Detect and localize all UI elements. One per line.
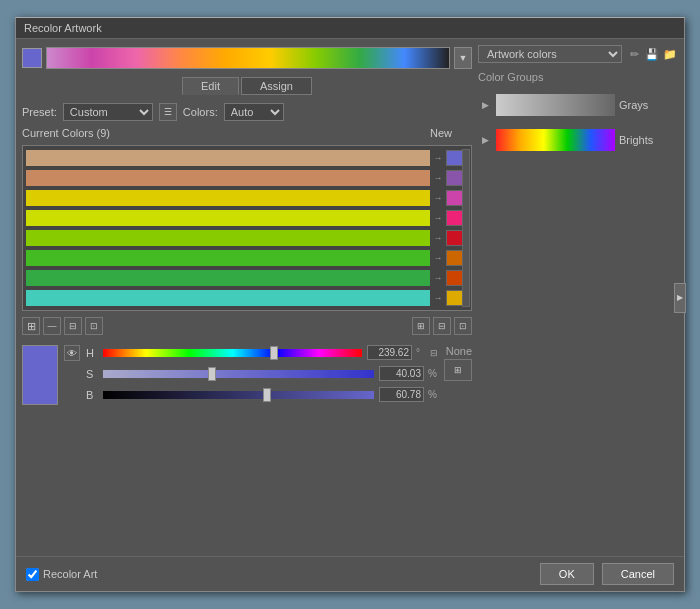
color-swatch-long[interactable] [26, 250, 430, 266]
color-row: → [26, 229, 468, 247]
group-arrow-brights: ▶ [482, 135, 492, 145]
h-unit: ° [416, 347, 426, 358]
dialog-title: Recolor Artwork [24, 22, 102, 34]
unlink-color-btn[interactable]: ⊡ [85, 317, 103, 335]
none-area: None ⊞ [444, 345, 472, 381]
arrow-icon: → [433, 193, 443, 203]
none-icon-btn[interactable]: ⊞ [444, 359, 472, 381]
slider-row-h: H 239.62 ° ⊟ [86, 345, 438, 360]
right-panel: Artwork colors ✏ 💾 📁 Color Groups ▶ Gray… [478, 45, 678, 550]
colors-toolbar: ⊞ — ⊟ ⊡ ⊞ ⊟ ⊡ [22, 315, 472, 337]
recolor-art-checkbox[interactable] [26, 568, 39, 581]
h-extra-btn[interactable]: ⊟ [430, 348, 438, 358]
current-colors-header: Current Colors (9) New [22, 127, 472, 139]
recolor-art-label: Recolor Art [43, 568, 97, 580]
tabs-row: Edit Assign [22, 77, 472, 95]
color-strip-dropdown[interactable]: ▼ [454, 47, 472, 69]
preset-select[interactable]: Custom [63, 103, 153, 121]
color-swatch-long[interactable] [26, 290, 430, 306]
grays-swatch [496, 94, 615, 116]
ok-button[interactable]: OK [540, 563, 594, 585]
dialog-bottom: Recolor Art OK Cancel [16, 556, 684, 591]
colors-select[interactable]: Auto [224, 103, 284, 121]
side-collapse-btn[interactable]: ▶ [674, 283, 686, 313]
tab-edit[interactable]: Edit [182, 77, 239, 95]
artwork-colors-header: Artwork colors ✏ 💾 📁 [478, 45, 678, 63]
group-arrow-grays: ▶ [482, 100, 492, 110]
h-value-input[interactable]: 239.62 [367, 345, 412, 360]
arrow-icon: → [433, 253, 443, 263]
current-colors-label: Current Colors (9) [22, 127, 110, 139]
current-color-square [22, 48, 42, 68]
edit-artwork-icon[interactable]: ✏ [626, 46, 642, 62]
artwork-colors-select[interactable]: Artwork colors [478, 45, 622, 63]
arrow-icon: → [433, 273, 443, 283]
cancel-button[interactable]: Cancel [602, 563, 674, 585]
h-label: H [86, 347, 98, 359]
b-slider[interactable] [102, 390, 375, 400]
remove-color-btn[interactable]: — [43, 317, 61, 335]
color-row: → [26, 269, 468, 287]
brights-name: Brights [619, 134, 674, 146]
color-swatch-long[interactable] [26, 150, 430, 166]
h-slider[interactable] [102, 348, 363, 358]
color-row: → [26, 249, 468, 267]
preset-row: Preset: Custom ☰ Colors: Auto [22, 103, 472, 121]
save-artwork-icon[interactable]: 💾 [644, 46, 660, 62]
title-bar: Recolor Artwork [16, 18, 684, 39]
colors-toolbar-left: ⊞ — ⊟ ⊡ [22, 317, 103, 335]
color-strip [46, 47, 450, 69]
new-label: New [430, 127, 452, 139]
color-row: → [26, 289, 468, 307]
b-value-input[interactable]: 60.78 [379, 387, 424, 402]
b-unit: % [428, 389, 438, 400]
arrow-icon: → [433, 233, 443, 243]
s-label: S [86, 368, 98, 380]
slider-row-s: S 40.03 % [86, 366, 438, 381]
arrow-icon: → [433, 213, 443, 223]
color-swatch-long[interactable] [26, 230, 430, 246]
color-row: → [26, 209, 468, 227]
color-swatch-long[interactable] [26, 270, 430, 286]
color-row: → [26, 169, 468, 187]
color-options-btn[interactable]: ⊟ [433, 317, 451, 335]
colors-list: → → → → [22, 145, 472, 311]
merge-color-btn[interactable]: ⊟ [64, 317, 82, 335]
add-color-btn[interactable]: ⊞ [22, 317, 40, 335]
hsb-section: 👁 H 239.62 ° ⊟ S 40.03 % [22, 345, 472, 405]
sliders-area: H 239.62 ° ⊟ S 40.03 % B [86, 345, 438, 402]
left-panel: ▼ Edit Assign Preset: Custom ☰ Colors: A… [22, 45, 472, 550]
preset-options-icon[interactable]: ☰ [159, 103, 177, 121]
color-group-grays[interactable]: ▶ Grays [478, 91, 678, 119]
folder-artwork-icon[interactable]: 📁 [662, 46, 678, 62]
color-swatch-long[interactable] [26, 210, 430, 226]
s-value-input[interactable]: 40.03 [379, 366, 424, 381]
eye-icon[interactable]: 👁 [64, 345, 80, 361]
colors-scrollbar[interactable] [462, 149, 470, 307]
colors-label: Colors: [183, 106, 218, 118]
grays-name: Grays [619, 99, 674, 111]
recolor-art-check: Recolor Art [26, 568, 97, 581]
color-groups-label: Color Groups [478, 71, 678, 83]
color-bar-row: ▼ [22, 45, 472, 71]
none-label: None [444, 345, 472, 357]
slider-row-b: B 60.78 % [86, 387, 438, 402]
colors-toolbar-right: ⊞ ⊟ ⊡ [412, 317, 472, 335]
bottom-buttons: OK Cancel [540, 563, 674, 585]
s-slider[interactable] [102, 369, 375, 379]
arrow-icon: → [433, 153, 443, 163]
color-row: → [26, 189, 468, 207]
tab-assign[interactable]: Assign [241, 77, 312, 95]
color-link-btn[interactable]: ⊞ [412, 317, 430, 335]
color-swatch-long[interactable] [26, 170, 430, 186]
color-random-btn[interactable]: ⊡ [454, 317, 472, 335]
color-swatch-long[interactable] [26, 190, 430, 206]
color-row: → [26, 149, 468, 167]
artwork-icons: ✏ 💾 📁 [626, 46, 678, 62]
recolor-artwork-dialog: Recolor Artwork ▼ Edit Assign Preset: Cu… [15, 17, 685, 592]
s-unit: % [428, 368, 438, 379]
color-group-brights[interactable]: ▶ Brights [478, 126, 678, 154]
dialog-body: ▼ Edit Assign Preset: Custom ☰ Colors: A… [16, 39, 684, 556]
arrow-icon: → [433, 293, 443, 303]
b-label: B [86, 389, 98, 401]
